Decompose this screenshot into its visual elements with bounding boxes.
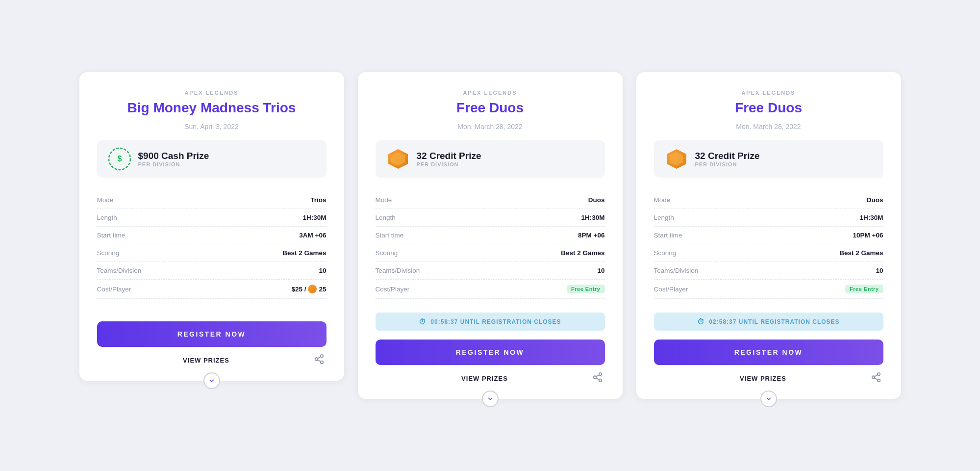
- clock-icon: ⏱: [419, 317, 427, 326]
- stat-label: Teams/Division: [654, 267, 699, 274]
- credit-coin-icon: [308, 285, 317, 293]
- stat-row: Cost/PlayerFree Entry: [376, 280, 605, 299]
- stat-row: Cost/Player$25 / 25: [97, 280, 327, 299]
- credit-prize-icon: [665, 147, 688, 171]
- chevron-down-icon[interactable]: [760, 391, 777, 407]
- stat-value: Best 2 Games: [282, 249, 326, 257]
- stat-row: Teams/Division10: [654, 262, 883, 280]
- stat-row: ScoringBest 2 Games: [97, 244, 327, 262]
- prize-amount: 32 Credit Prize: [417, 151, 481, 161]
- share-icon[interactable]: [871, 372, 881, 385]
- svg-line-6: [317, 360, 320, 362]
- stat-value: Duos: [588, 196, 605, 204]
- tournament-title: Big Money Madness Trios: [127, 100, 296, 116]
- prize-box: $ $900 Cash PrizePER DIVISION: [97, 140, 327, 178]
- clock-icon: ⏱: [697, 317, 705, 326]
- svg-line-20: [874, 378, 877, 380]
- stat-value: 3AM +06: [299, 232, 326, 239]
- register-now-button[interactable]: REGISTER NOW: [97, 321, 327, 347]
- countdown-text: 02:58:37 UNTIL REGISTRATION CLOSES: [709, 318, 839, 325]
- view-prizes-link[interactable]: VIEW PRIZES: [99, 357, 314, 364]
- stat-value: Duos: [867, 196, 883, 204]
- prize-box: 32 Credit PrizePER DIVISION: [376, 140, 605, 178]
- stat-row: ScoringBest 2 Games: [654, 244, 883, 262]
- stat-label: Mode: [97, 196, 114, 204]
- stat-label: Scoring: [654, 249, 677, 257]
- stat-label: Scoring: [97, 249, 120, 257]
- stat-row: Teams/Division10: [97, 262, 327, 280]
- tournament-title: Free Duos: [735, 100, 802, 116]
- stat-label: Cost/Player: [376, 286, 410, 293]
- stat-label: Teams/Division: [97, 267, 142, 274]
- tournament-date: Mon. March 28, 2022: [736, 123, 801, 131]
- countdown-text: 00:58:37 UNTIL REGISTRATION CLOSES: [430, 318, 561, 325]
- svg-line-21: [874, 375, 877, 377]
- stat-label: Cost/Player: [97, 286, 131, 293]
- stat-value: 10PM +06: [853, 232, 883, 239]
- tournament-card-2: APEX LEGENDSFree DuosMon. March 28, 2022…: [358, 72, 623, 399]
- tournament-date: Mon. March 28, 2022: [457, 123, 522, 131]
- stat-label: Teams/Division: [376, 267, 420, 274]
- cards-container: APEX LEGENDSBig Money Madness TriosSun. …: [49, 72, 931, 399]
- stat-row: Start time8PM +06: [376, 227, 605, 244]
- card-footer: VIEW PRIZES: [654, 372, 883, 385]
- stat-row: Length1H:30M: [97, 209, 327, 227]
- prize-sub-label: PER DIVISION: [138, 161, 209, 167]
- chevron-down-icon[interactable]: [482, 391, 499, 407]
- view-prizes-link[interactable]: VIEW PRIZES: [377, 375, 592, 382]
- stats-list: ModeDuosLength1H:30MStart time8PM +06Sco…: [376, 191, 605, 299]
- card-footer: VIEW PRIZES: [376, 372, 605, 385]
- cash-prize-icon: $: [108, 147, 131, 171]
- stat-value: 1H:30M: [859, 214, 883, 221]
- countdown-bar: ⏱ 02:58:37 UNTIL REGISTRATION CLOSES: [654, 313, 883, 331]
- stat-value: 8PM +06: [578, 232, 604, 239]
- stat-row: Cost/PlayerFree Entry: [654, 280, 883, 299]
- share-icon[interactable]: [592, 372, 603, 385]
- credit-prize-icon: [386, 147, 410, 171]
- prize-amount: 32 Credit Prize: [695, 151, 760, 161]
- share-icon[interactable]: [314, 354, 325, 367]
- stat-value: $25 / 25: [291, 285, 326, 293]
- prize-box: 32 Credit PrizePER DIVISION: [654, 140, 883, 178]
- stat-row: Start time3AM +06: [97, 227, 327, 244]
- register-now-button[interactable]: REGISTER NOW: [376, 340, 605, 365]
- view-prizes-link[interactable]: VIEW PRIZES: [656, 375, 871, 382]
- stat-row: Length1H:30M: [376, 209, 605, 227]
- stat-label: Mode: [376, 196, 392, 204]
- stat-value: Best 2 Games: [839, 249, 883, 257]
- stat-row: ModeDuos: [376, 191, 605, 209]
- prize-amount: $900 Cash Prize: [138, 151, 209, 161]
- stat-label: Length: [97, 214, 117, 221]
- stat-row: Length1H:30M: [654, 209, 883, 227]
- stat-label: Length: [654, 214, 674, 221]
- tournament-card-3: APEX LEGENDSFree DuosMon. March 28, 2022…: [636, 72, 901, 399]
- stat-label: Start time: [97, 232, 126, 239]
- stat-row: Start time10PM +06: [654, 227, 883, 244]
- tournament-title: Free Duos: [456, 100, 524, 116]
- prize-sub-label: PER DIVISION: [417, 161, 481, 167]
- svg-line-14: [596, 375, 599, 377]
- stats-list: ModeDuosLength1H:30MStart time10PM +06Sc…: [654, 191, 883, 299]
- prize-sub-label: PER DIVISION: [695, 161, 760, 167]
- stat-label: Scoring: [376, 249, 398, 257]
- stat-value: Free Entry: [845, 285, 883, 293]
- tournament-card-1: APEX LEGENDSBig Money Madness TriosSun. …: [79, 72, 344, 381]
- game-label: APEX LEGENDS: [184, 90, 238, 96]
- svg-line-7: [317, 357, 320, 359]
- stat-value: Free Entry: [567, 285, 604, 293]
- register-now-button[interactable]: REGISTER NOW: [654, 340, 883, 365]
- stat-value: 10: [597, 267, 604, 274]
- svg-line-13: [596, 378, 599, 380]
- game-label: APEX LEGENDS: [463, 90, 517, 96]
- stat-label: Start time: [376, 232, 404, 239]
- stat-value: Trios: [310, 196, 326, 204]
- stat-value: Best 2 Games: [561, 249, 604, 257]
- card-footer: VIEW PRIZES: [97, 354, 327, 367]
- stat-value: 1H:30M: [302, 214, 326, 221]
- chevron-down-icon[interactable]: [203, 372, 220, 389]
- stat-label: Mode: [654, 196, 671, 204]
- stat-label: Cost/Player: [654, 286, 688, 293]
- stats-list: ModeTriosLength1H:30MStart time3AM +06Sc…: [97, 191, 327, 299]
- tournament-date: Sun. April 3, 2022: [184, 123, 239, 131]
- stat-value: 1H:30M: [581, 214, 604, 221]
